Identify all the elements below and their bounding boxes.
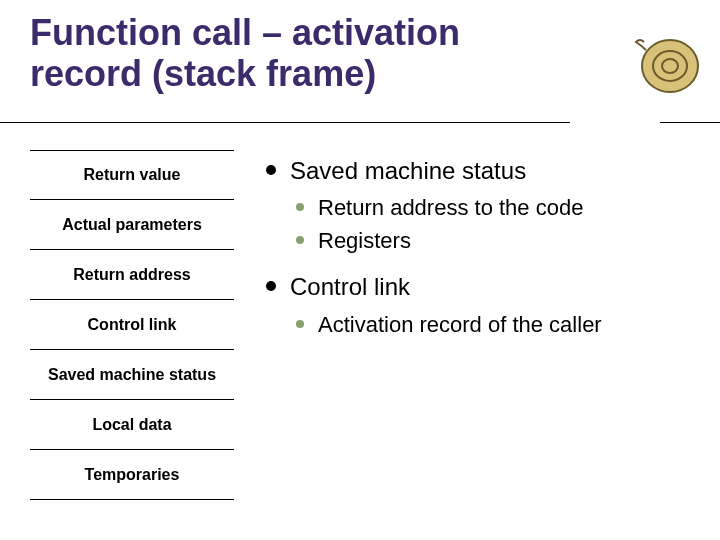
bullet-list: Saved machine status Return address to t… [260,155,690,339]
stack-frame-diagram: Return value Actual parameters Return ad… [30,150,234,500]
title-underline-left [0,122,570,123]
svg-point-0 [642,40,698,92]
sub-bullet-list: Return address to the code Registers [290,194,690,255]
content-area: Saved machine status Return address to t… [260,155,690,355]
stack-cell-actual-parameters: Actual parameters [30,200,234,250]
sub-bullet-return-address: Return address to the code [290,194,690,223]
stack-cell-temporaries: Temporaries [30,450,234,500]
sub-bullet-registers: Registers [290,227,690,256]
title-underline-right [660,122,720,123]
stack-cell-control-link: Control link [30,300,234,350]
bullet-control-link: Control link Activation record of the ca… [260,271,690,339]
shell-icon [632,28,702,98]
stack-cell-return-address: Return address [30,250,234,300]
slide: Function call – activation record (stack… [0,0,720,540]
sub-bullet-list: Activation record of the caller [290,311,690,340]
sub-bullet-activation-record: Activation record of the caller [290,311,690,340]
stack-cell-local-data: Local data [30,400,234,450]
slide-title: Function call – activation record (stack… [30,12,560,95]
bullet-saved-machine-status: Saved machine status Return address to t… [260,155,690,255]
bullet-text: Control link [290,273,410,300]
stack-cell-saved-machine-status: Saved machine status [30,350,234,400]
stack-cell-return-value: Return value [30,150,234,200]
bullet-text: Saved machine status [290,157,526,184]
